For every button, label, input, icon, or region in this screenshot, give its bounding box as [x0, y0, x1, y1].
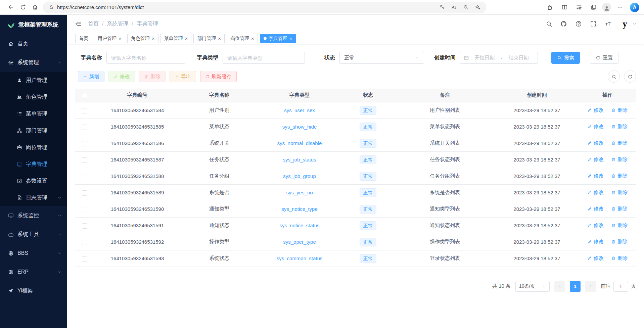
sidebar-item[interactable]: 字典管理	[0, 156, 67, 173]
status-select[interactable]: 正常	[339, 52, 424, 64]
toggle-search-button[interactable]	[608, 71, 620, 83]
collections-icon[interactable]	[588, 2, 599, 13]
row-checkbox[interactable]	[82, 223, 87, 229]
row-delete-link[interactable]: 删除	[611, 107, 628, 113]
row-checkbox[interactable]	[82, 207, 87, 212]
reset-button[interactable]: 重置	[590, 52, 618, 64]
close-icon[interactable]: ×	[251, 36, 254, 41]
more-menu-icon[interactable]	[614, 2, 626, 13]
sidebar-item[interactable]: 部门管理	[0, 122, 67, 139]
breadcrumb-label[interactable]: 首页	[88, 20, 99, 28]
fullscreen-icon[interactable]	[590, 20, 597, 27]
dict-type-link[interactable]: sys_user_sex	[258, 102, 341, 119]
dict-type-link[interactable]: sys_notice_status	[258, 217, 341, 234]
row-edit-link[interactable]: 修改	[587, 189, 604, 196]
row-delete-link[interactable]: 删除	[611, 173, 628, 179]
row-edit-link[interactable]: 修改	[587, 239, 604, 245]
tab[interactable]: 首页	[75, 34, 92, 43]
row-delete-link[interactable]: 删除	[611, 189, 628, 196]
favorites-icon[interactable]	[573, 2, 585, 13]
row-delete-link[interactable]: 删除	[611, 124, 628, 130]
row-edit-link[interactable]: 修改	[587, 206, 604, 212]
dict-type-link[interactable]: sys_normal_disable	[258, 135, 341, 151]
row-checkbox[interactable]	[82, 256, 87, 262]
dict-type-link[interactable]: sys_job_status	[258, 151, 341, 168]
sidebar-item[interactable]: 菜单管理	[0, 105, 67, 122]
zoom-out-icon[interactable]	[463, 4, 469, 10]
dict-type-link[interactable]: sys_oper_type	[258, 234, 341, 250]
row-edit-link[interactable]: 修改	[587, 156, 604, 163]
close-icon[interactable]: ×	[119, 36, 122, 41]
page-number-button[interactable]: 1	[570, 281, 581, 292]
extensions-icon[interactable]	[544, 2, 556, 13]
row-checkbox[interactable]	[82, 157, 87, 163]
tab[interactable]: 用户管理 ×	[94, 34, 125, 43]
row-delete-link[interactable]: 删除	[611, 255, 628, 262]
export-button[interactable]: 导出	[170, 71, 196, 82]
dict-type-link[interactable]: sys_job_group	[258, 168, 341, 184]
breadcrumb-label[interactable]: 系统管理	[107, 20, 128, 28]
add-button[interactable]: 新增	[78, 71, 104, 82]
dict-name-input[interactable]	[106, 52, 185, 64]
row-edit-link[interactable]: 修改	[587, 222, 604, 229]
goto-page-input[interactable]	[613, 281, 628, 292]
tab[interactable]: 岗位管理 ×	[227, 34, 258, 43]
row-checkbox[interactable]	[82, 141, 87, 146]
sidebar-item[interactable]: 系统监控	[0, 206, 67, 225]
prev-page-button[interactable]	[554, 281, 565, 292]
row-checkbox[interactable]	[82, 125, 87, 130]
edit-button[interactable]: 修改	[108, 71, 135, 82]
add-favorite-icon[interactable]	[475, 4, 480, 10]
tab[interactable]: 部门管理 ×	[193, 34, 225, 43]
sidebar-item[interactable]: Yi框架	[0, 281, 67, 300]
next-page-button[interactable]	[585, 281, 596, 292]
breadcrumb-label[interactable]: 字典管理	[137, 20, 158, 28]
row-edit-link[interactable]: 修改	[587, 140, 604, 146]
dict-type-link[interactable]: sys_notice_type	[258, 201, 341, 217]
dict-type-link[interactable]: sys_show_hide	[258, 119, 341, 135]
browser-home-button[interactable]	[29, 2, 41, 13]
row-checkbox[interactable]	[82, 240, 87, 245]
browser-profile-icon[interactable]	[602, 3, 611, 12]
row-edit-link[interactable]: 修改	[587, 173, 604, 179]
select-all-checkbox[interactable]	[82, 93, 87, 98]
row-checkbox[interactable]	[82, 108, 87, 113]
sidebar-item[interactable]: ERP	[0, 263, 67, 281]
page-size-select[interactable]: 10条/页	[515, 281, 550, 292]
row-checkbox[interactable]	[82, 190, 87, 196]
sidebar-item[interactable]: 系统工具	[0, 225, 67, 244]
close-icon[interactable]: ×	[218, 36, 221, 41]
refresh-cache-button[interactable]: 刷新缓存	[200, 71, 237, 82]
sidebar-item[interactable]: 用户管理	[0, 72, 67, 89]
close-icon[interactable]: ×	[152, 36, 155, 41]
tab[interactable]: 菜单管理 ×	[160, 34, 192, 43]
dict-type-link[interactable]: sys_yes_no	[258, 184, 341, 201]
address-bar[interactable]: https://ccnetcore.com:1101/system/dict	[43, 2, 486, 13]
github-icon[interactable]	[560, 20, 567, 27]
date-range-picker[interactable]: 开始日期 - 结束日期	[460, 52, 538, 64]
search-icon[interactable]	[546, 20, 552, 27]
font-size-icon[interactable]	[605, 20, 611, 27]
dict-type-link[interactable]: sys_common_status	[258, 250, 341, 267]
sidebar-item[interactable]: BBS	[0, 244, 67, 263]
delete-button[interactable]: 删除	[139, 71, 166, 82]
close-icon[interactable]: ×	[185, 36, 188, 41]
row-edit-link[interactable]: 修改	[587, 107, 604, 113]
search-button[interactable]: 搜索	[551, 52, 580, 64]
bing-icon[interactable]: b	[630, 3, 639, 12]
help-icon[interactable]	[575, 20, 582, 27]
close-icon[interactable]: ×	[289, 36, 292, 41]
tab[interactable]: 角色管理 ×	[127, 34, 158, 43]
app-logo[interactable]: 意框架管理系统	[0, 15, 67, 34]
sidebar-item[interactable]: 系统管理	[0, 53, 67, 72]
split-screen-icon[interactable]	[559, 2, 570, 13]
sidebar-item[interactable]: 岗位管理	[0, 139, 67, 156]
row-delete-link[interactable]: 删除	[611, 140, 628, 146]
row-checkbox[interactable]	[82, 174, 87, 179]
row-delete-link[interactable]: 删除	[611, 206, 628, 212]
user-avatar-menu[interactable]: y	[619, 18, 637, 29]
sidebar-item[interactable]: 日志管理	[0, 189, 67, 206]
key-icon[interactable]	[440, 4, 445, 10]
sidebar-item[interactable]: 参数设置	[0, 173, 67, 189]
browser-reload-button[interactable]	[17, 2, 29, 13]
